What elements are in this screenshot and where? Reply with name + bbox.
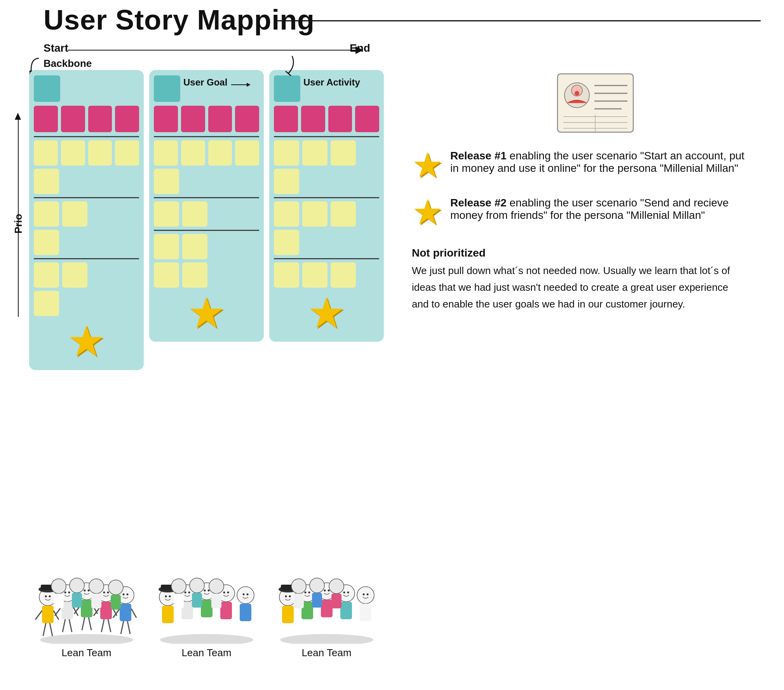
svg-point-98 <box>304 592 306 594</box>
pink-note-3-3 <box>328 106 352 132</box>
pink-note-1-4 <box>115 106 139 132</box>
right-panel: ★ Release #1 enabling the user scenario … <box>412 150 746 313</box>
pink-note-3-1 <box>274 106 298 132</box>
svg-rect-53 <box>111 595 121 610</box>
svg-point-42 <box>103 592 105 594</box>
svg-point-36 <box>45 596 47 597</box>
yellow-3-2 <box>302 140 328 166</box>
row-divider-2-3 <box>154 230 259 231</box>
svg-point-68 <box>169 596 171 597</box>
yellow-2-np-3 <box>154 262 179 288</box>
svg-rect-66 <box>240 604 251 621</box>
svg-rect-111 <box>331 594 341 608</box>
row-divider-3-1 <box>274 136 379 137</box>
release-2-text: Release #2 enabling the user scenario "S… <box>450 197 746 222</box>
yellow-1-np-2 <box>62 262 87 288</box>
row-divider-2-2 <box>154 197 259 198</box>
row-divider-3-3 <box>274 258 379 259</box>
yellow-3-r2-3 <box>331 201 356 227</box>
svg-point-44 <box>122 594 124 596</box>
svg-rect-62 <box>201 600 213 617</box>
start-label: Start <box>44 42 68 54</box>
prio-arrow-line <box>18 115 19 317</box>
svg-rect-95 <box>360 604 371 621</box>
pink-note-1-3 <box>88 106 112 132</box>
svg-rect-64 <box>220 602 232 619</box>
team-col-3: Lean Team <box>269 562 384 659</box>
svg-point-37 <box>49 596 51 597</box>
svg-marker-2 <box>247 83 251 87</box>
pink-note-2-2 <box>181 106 205 132</box>
svg-point-43 <box>107 592 109 594</box>
yellow-1-4 <box>115 140 139 166</box>
row-divider-1-1 <box>34 136 139 137</box>
svg-point-101 <box>328 590 329 592</box>
yellow-3-np-1 <box>274 262 299 288</box>
yellow-1-np-1 <box>34 262 59 288</box>
yellow-2-5 <box>154 169 179 194</box>
svg-line-17 <box>69 619 72 632</box>
activity-curved-arrow-icon <box>275 54 294 77</box>
svg-rect-51 <box>91 594 101 608</box>
yellow-1-2 <box>61 140 85 166</box>
not-prioritized-section: Not prioritized We just pull down what´s… <box>412 247 746 313</box>
user-activity-label: User Activity <box>303 77 360 88</box>
row-divider-1-2 <box>34 197 139 198</box>
release-1-star-icon: ★ <box>412 150 443 181</box>
svg-rect-56 <box>162 606 174 623</box>
yellow-3-r2-1 <box>274 201 299 227</box>
release-1-section: ★ Release #1 enabling the user scenario … <box>412 150 746 181</box>
yellow-1-np-3 <box>34 291 59 316</box>
yellow-2-3 <box>208 140 232 166</box>
yellow-2-np-1 <box>154 234 179 259</box>
pink-note-2-3 <box>208 106 232 132</box>
yellow-1-r2-3 <box>34 230 59 255</box>
svg-point-76 <box>246 594 248 596</box>
yellow-3-np-2 <box>302 262 328 288</box>
release-2-section: ★ Release #2 enabling the user scenario … <box>412 197 746 228</box>
svg-line-33 <box>131 609 136 618</box>
yellow-2-2 <box>181 140 205 166</box>
yellow-3-4 <box>274 169 299 194</box>
svg-rect-85 <box>282 606 294 623</box>
yellow-1-1 <box>34 140 58 166</box>
svg-line-6 <box>35 611 42 620</box>
svg-point-65 <box>237 587 254 604</box>
svg-point-50 <box>89 579 104 594</box>
pink-note-2-4 <box>235 106 259 132</box>
svg-rect-19 <box>81 600 92 617</box>
svg-point-38 <box>64 592 66 594</box>
svg-point-41 <box>87 590 89 592</box>
svg-point-103 <box>347 592 349 594</box>
release-1-text: Release #1 enabling the user scenario "S… <box>450 150 746 175</box>
svg-line-16 <box>63 619 65 632</box>
svg-point-77 <box>190 578 204 593</box>
svg-point-74 <box>227 592 229 594</box>
yellow-1-r2-1 <box>34 201 59 227</box>
svg-line-28 <box>101 619 104 632</box>
svg-point-46 <box>70 578 84 593</box>
yellow-2-np-4 <box>182 262 207 288</box>
yellow-2-r2-2 <box>182 201 207 227</box>
yellow-1-3 <box>88 140 112 166</box>
team-figures-2 <box>152 562 261 644</box>
yellow-2-np-2 <box>182 234 207 259</box>
svg-point-72 <box>207 590 209 592</box>
svg-point-75 <box>242 594 244 596</box>
teal-note-3-1 <box>274 75 300 102</box>
svg-point-3 <box>40 634 133 644</box>
yellow-3-r2-4 <box>274 230 299 255</box>
svg-point-83 <box>280 634 373 644</box>
svg-point-108 <box>291 579 306 594</box>
page-title: User Story Mapping <box>44 4 315 36</box>
pink-note-3-2 <box>301 106 325 132</box>
star-2: ★ <box>154 292 259 334</box>
yellow-3-r2-2 <box>302 201 328 227</box>
persona-card <box>556 72 637 136</box>
not-prioritized-body: We just pull down what´s not needed now.… <box>412 262 730 313</box>
svg-point-73 <box>223 592 225 594</box>
svg-line-9 <box>50 623 52 636</box>
svg-point-94 <box>357 587 374 604</box>
svg-point-96 <box>285 596 287 597</box>
svg-rect-93 <box>340 602 352 619</box>
